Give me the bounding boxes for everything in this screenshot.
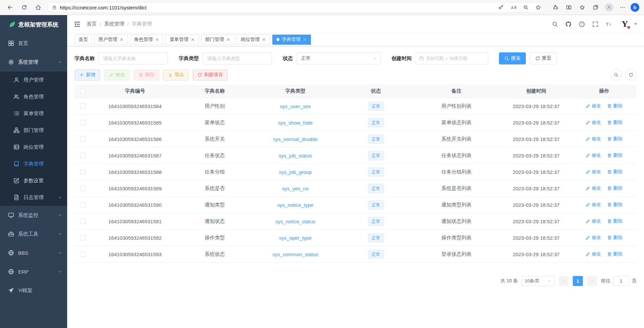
row-checkbox[interactable] xyxy=(80,120,86,125)
extensions-icon[interactable] xyxy=(550,2,561,13)
sidebar-item-role[interactable]: 角色管理 xyxy=(0,88,67,105)
prev-page-button[interactable] xyxy=(559,276,569,286)
dict-type-link[interactable]: sys_notice_type xyxy=(277,202,314,208)
row-checkbox[interactable] xyxy=(80,136,86,142)
help-icon[interactable] xyxy=(579,21,585,27)
row-delete-button[interactable]: 删除 xyxy=(607,202,623,208)
edit-button[interactable]: 修改 xyxy=(104,69,130,81)
row-edit-button[interactable]: 修改 xyxy=(586,152,601,158)
status-select[interactable]: 正常 xyxy=(297,52,381,64)
dict-type-link[interactable]: sys_common_status xyxy=(272,251,318,257)
browser-profile-avatar[interactable] xyxy=(604,2,614,13)
row-edit-button[interactable]: 修改 xyxy=(586,218,601,224)
sidebar-item-post[interactable]: 岗位管理 xyxy=(0,139,67,155)
user-avatar[interactable]: Y xyxy=(619,18,631,30)
row-checkbox[interactable] xyxy=(80,219,86,224)
table-row[interactable]: 1641030593246531588 任务分组 sys_job_group 正… xyxy=(75,164,637,180)
row-checkbox[interactable] xyxy=(80,251,86,257)
favorites-icon[interactable] xyxy=(577,2,588,13)
tab-menu[interactable]: 菜单管理 xyxy=(166,35,199,45)
row-delete-button[interactable]: 删除 xyxy=(607,218,623,224)
sidebar-fold-icon[interactable] xyxy=(74,21,81,28)
browser-menu-icon[interactable] xyxy=(617,2,628,13)
tab-close-icon[interactable] xyxy=(226,38,230,42)
search-button[interactable]: 搜索 xyxy=(499,52,526,64)
row-delete-button[interactable]: 删除 xyxy=(607,136,623,142)
goto-page-input[interactable] xyxy=(613,276,629,286)
sidebar-item-yi[interactable]: Yi框架 xyxy=(0,281,67,300)
dict-type-link[interactable]: sys_job_status xyxy=(279,153,312,158)
row-edit-button[interactable]: 修改 xyxy=(586,120,601,126)
sidebar-item-menu[interactable]: 菜单管理 xyxy=(0,105,67,122)
tab-close-icon[interactable] xyxy=(262,38,266,42)
sidebar-item-bbs[interactable]: BBS xyxy=(0,243,67,262)
app-logo[interactable]: 意框架管理系统 xyxy=(0,15,67,34)
row-edit-button[interactable]: 修改 xyxy=(586,185,601,191)
row-delete-button[interactable]: 删除 xyxy=(607,251,623,257)
sidebar-item-dict[interactable]: 字典管理 xyxy=(0,155,67,172)
row-delete-button[interactable]: 删除 xyxy=(607,103,623,109)
tab-dict[interactable]: 字典管理 xyxy=(272,35,311,45)
page-size-select[interactable]: 10条/页 xyxy=(522,276,555,286)
url-input[interactable] xyxy=(60,5,493,10)
row-delete-button[interactable]: 删除 xyxy=(607,169,623,175)
table-row[interactable]: 1641030593246531587 任务状态 sys_job_status … xyxy=(75,147,637,164)
row-checkbox[interactable] xyxy=(80,103,86,109)
row-checkbox[interactable] xyxy=(80,186,86,191)
tab-close-icon[interactable] xyxy=(191,38,195,42)
add-button[interactable]: 新增 xyxy=(75,69,100,81)
dict-type-input[interactable] xyxy=(203,52,272,64)
sidebar-item-param[interactable]: 参数设置 xyxy=(0,172,67,189)
row-checkbox[interactable] xyxy=(80,169,86,175)
tab-home[interactable]: 首页 xyxy=(75,35,92,45)
tab-close-icon[interactable] xyxy=(120,38,124,42)
github-icon[interactable] xyxy=(565,21,571,27)
password-key-icon[interactable] xyxy=(496,3,506,12)
sidebar-item-user[interactable]: 用户管理 xyxy=(0,72,67,88)
read-aloud-icon[interactable] xyxy=(509,3,518,12)
address-bar[interactable] xyxy=(47,2,545,13)
sidebar-item-monitor[interactable]: 系统监控 xyxy=(0,206,67,225)
row-delete-button[interactable]: 删除 xyxy=(607,120,623,126)
dict-type-link[interactable]: sys_yes_no xyxy=(282,186,309,191)
refresh-cache-button[interactable]: 刷新缓存 xyxy=(193,69,228,81)
select-all-checkbox[interactable] xyxy=(80,89,86,94)
delete-button[interactable]: 删除 xyxy=(134,69,159,81)
sidebar-item-dept[interactable]: 部门管理 xyxy=(0,122,67,139)
row-edit-button[interactable]: 修改 xyxy=(586,235,601,241)
fullscreen-icon[interactable] xyxy=(592,21,598,27)
dict-type-link[interactable]: sys_job_group xyxy=(279,169,312,175)
next-page-button[interactable] xyxy=(587,276,597,286)
dict-type-link[interactable]: sys_normal_disable xyxy=(273,136,318,142)
tab-close-icon[interactable] xyxy=(155,38,159,42)
row-checkbox[interactable] xyxy=(80,202,86,207)
collections-icon[interactable] xyxy=(590,2,601,13)
table-row[interactable]: 1641030593246531584 用户性别 sys_user_sex 正常… xyxy=(75,98,637,114)
dict-type-link[interactable]: sys_notice_status xyxy=(275,219,315,224)
browser-back-button[interactable] xyxy=(5,2,15,13)
browser-home-button[interactable] xyxy=(33,2,44,13)
export-button[interactable]: 导出 xyxy=(163,69,189,81)
table-row[interactable]: 1641030593246531586 系统开关 sys_normal_disa… xyxy=(75,131,637,147)
sidebar-item-log[interactable]: 日志管理 xyxy=(0,189,67,206)
page-number-button[interactable]: 1 xyxy=(573,276,583,286)
avatar-dropdown-caret-icon[interactable] xyxy=(634,23,637,25)
sidebar-item-erp[interactable]: ERP xyxy=(0,262,67,281)
sidebar-item-home[interactable]: 首页 xyxy=(0,34,67,53)
table-row[interactable]: 1641030593246531590 通知类型 sys_notice_type… xyxy=(75,197,637,213)
browser-reload-button[interactable] xyxy=(19,2,30,13)
row-edit-button[interactable]: 修改 xyxy=(586,136,601,142)
copilot-icon[interactable]: b xyxy=(631,3,639,12)
dict-type-link[interactable]: sys_user_sex xyxy=(280,103,311,109)
tab-post[interactable]: 岗位管理 xyxy=(237,35,270,45)
tab-role[interactable]: 角色管理 xyxy=(130,35,163,45)
tab-close-icon[interactable] xyxy=(303,38,307,42)
toggle-search-button[interactable] xyxy=(610,69,622,81)
tab-user[interactable]: 用户管理 xyxy=(94,35,128,45)
table-row[interactable]: 1641030593246531592 操作类型 sys_oper_type 正… xyxy=(75,230,637,246)
sidebar-item-system[interactable]: 系统管理 xyxy=(0,53,67,72)
zoom-out-icon[interactable] xyxy=(521,3,531,12)
row-checkbox[interactable] xyxy=(80,153,86,158)
header-search-icon[interactable] xyxy=(552,21,558,27)
dict-type-link[interactable]: sys_show_hide xyxy=(278,120,313,126)
